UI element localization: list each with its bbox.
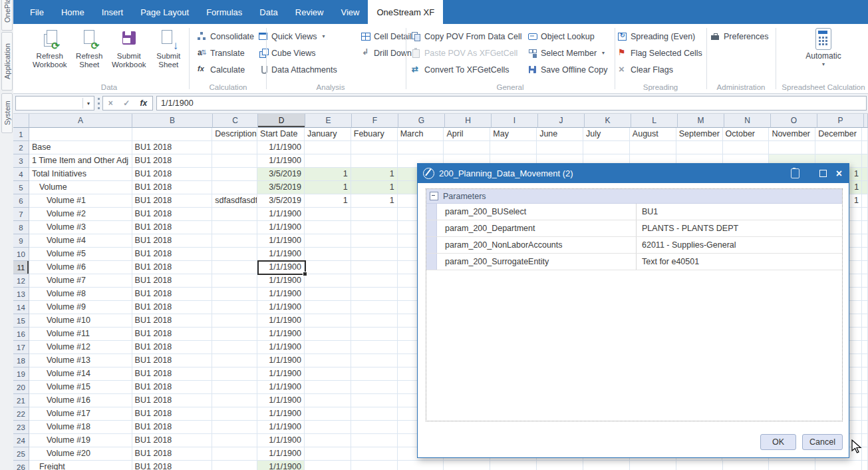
cell-B16[interactable]: BU1 2018 [132,328,213,341]
cell-F7[interactable] [351,208,398,221]
cell-I1[interactable]: May [490,128,537,141]
cell-C26[interactable] [212,461,257,470]
param-value[interactable]: Text for e40501 [637,254,842,270]
cell-B13[interactable]: BU1 2018 [132,288,213,301]
cell-E1[interactable]: January [305,128,351,141]
cell-B20[interactable]: BU1 2018 [132,381,213,394]
row-header-16[interactable]: 16 [13,328,29,341]
cell-B24[interactable]: BU1 2018 [132,434,213,447]
dialog-titlebar[interactable]: 200_Planning_Data_Movement (2) × [418,164,849,183]
cell-N26[interactable] [723,461,770,470]
cell-C15[interactable] [212,314,257,328]
tab-page-layout[interactable]: Page Layout [132,0,198,24]
cell-D17[interactable]: 1/1/1900 [257,341,305,354]
cell-D6[interactable]: 3/5/2019 [257,194,305,208]
cell-F20[interactable] [351,381,398,394]
cell-C25[interactable] [212,447,257,461]
cell-A5[interactable]: Volume [29,181,132,194]
cell-C7[interactable] [212,208,257,221]
cell-Q23[interactable] [862,421,868,434]
cell-P2[interactable] [815,141,862,154]
cell-A21[interactable]: Volume #16 [29,394,132,407]
cell-E25[interactable] [305,447,351,461]
cell-C17[interactable] [212,341,257,354]
cell-B15[interactable]: BU1 2018 [132,314,213,328]
cell-C23[interactable] [212,421,257,434]
cell-Q7[interactable] [862,208,868,221]
data-attachments-button[interactable]: Data Attachments [258,61,337,78]
cell-D8[interactable]: 1/1/1900 [257,221,305,234]
cell-Q5[interactable] [862,181,868,194]
cell-A15[interactable]: Volume #10 [29,314,132,328]
cell-F17[interactable] [351,341,398,354]
row-header-17[interactable]: 17 [13,341,29,354]
cell-A7[interactable]: Volume #2 [29,208,132,221]
cell-Q16[interactable] [862,328,868,341]
cell-Q17[interactable] [862,341,868,354]
cell-P1[interactable]: December [815,128,862,141]
cell-J26[interactable] [537,461,583,470]
cell-A20[interactable]: Volume #15 [29,381,132,394]
cell-D18[interactable]: 1/1/1900 [257,354,305,367]
cell-D13[interactable]: 1/1/1900 [257,288,305,301]
cell-detail-button[interactable]: Cell Detail [361,28,412,45]
cell-D21[interactable]: 1/1/1900 [257,394,305,407]
parameters-section-header[interactable]: Parameters [426,189,842,204]
cell-C13[interactable] [212,288,257,301]
cell-F2[interactable] [351,141,398,154]
cell-C1[interactable]: Description [212,128,257,141]
cell-F10[interactable] [351,248,398,261]
cell-F14[interactable] [351,301,398,314]
row-header-23[interactable]: 23 [13,421,29,434]
cell-K1[interactable]: July [583,128,630,141]
formula-input[interactable]: 1/1/1900 [156,96,867,111]
cell-E6[interactable]: 1 [305,194,351,208]
cell-E12[interactable] [305,274,351,288]
cell-F1[interactable]: Febuary [351,128,398,141]
cell-J1[interactable]: June [537,128,583,141]
cell-F12[interactable] [351,274,398,288]
cell-F16[interactable] [351,328,398,341]
cell-E15[interactable] [305,314,351,328]
side-tab-application[interactable]: Application [1,32,13,91]
cell-O26[interactable] [769,461,815,470]
cell-E8[interactable] [305,221,351,234]
cell-F25[interactable] [351,447,398,461]
column-header-Q[interactable] [864,114,868,128]
cell-D4[interactable]: 3/5/2019 [257,168,305,181]
column-header-G[interactable]: G [398,114,445,128]
name-box-dropdown-icon[interactable]: ▾ [83,101,94,107]
cell-D25[interactable]: 1/1/1900 [257,447,305,461]
cell-E3[interactable] [305,154,351,168]
column-header-A[interactable]: A [29,114,132,128]
row-header-25[interactable]: 25 [13,447,29,461]
column-header-F[interactable]: F [352,114,398,128]
row-header-3[interactable]: 3 [13,154,29,168]
cell-F15[interactable] [351,314,398,328]
cell-B18[interactable]: BU1 2018 [132,354,213,367]
cell-Q3[interactable] [862,154,868,168]
row-header-10[interactable]: 10 [13,248,29,261]
cell-B26[interactable]: BU1 2018 [132,461,213,470]
cell-C3[interactable] [212,154,257,168]
cell-E21[interactable] [305,394,351,407]
cell-D12[interactable]: 1/1/1900 [257,274,305,288]
cell-A3[interactable]: 1 Time Item and Other Adj [29,154,132,168]
cell-Q15[interactable] [862,314,868,328]
cell-B2[interactable]: BU1 2018 [132,141,213,154]
cell-Q1[interactable] [862,128,868,141]
cell-D11[interactable]: 1/1/1900 [257,261,305,274]
row-header-4[interactable]: 4 [13,168,29,181]
cell-M1[interactable]: September [676,128,723,141]
dialog-close-icon[interactable]: × [836,168,842,179]
row-header-19[interactable]: 19 [13,367,29,381]
row-header-22[interactable]: 22 [13,407,29,421]
row-header-7[interactable]: 7 [13,208,29,221]
cell-D26[interactable]: 1/1/1900 [257,461,305,470]
row-header-14[interactable]: 14 [13,301,29,314]
cell-G2[interactable] [398,141,444,154]
cell-H2[interactable] [444,141,490,154]
cell-D3[interactable]: 1/1/1900 [257,154,305,168]
cell-Q12[interactable] [862,274,868,288]
cell-D2[interactable]: 1/1/1900 [257,141,305,154]
